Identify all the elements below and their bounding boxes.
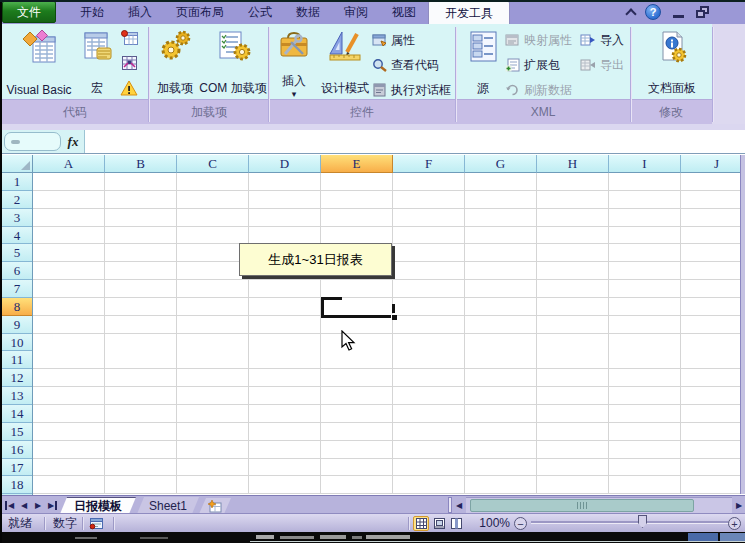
- insert-controls-button[interactable]: 插入 ▾: [272, 27, 316, 97]
- generate-report-form-button[interactable]: 生成1~31日报表: [239, 243, 392, 276]
- fill-handle[interactable]: [391, 314, 397, 320]
- insert-worksheet-button[interactable]: [199, 498, 231, 514]
- addins-button[interactable]: 加载项: [152, 27, 198, 97]
- zoom-out-icon: −: [517, 518, 523, 530]
- row-header-11[interactable]: 11: [2, 351, 32, 369]
- row-header-12[interactable]: 12: [2, 369, 32, 387]
- row-header-3[interactable]: 3: [2, 209, 32, 227]
- record-macro-button[interactable]: [120, 29, 138, 47]
- next-sheet-button[interactable]: ▶: [31, 497, 45, 513]
- design-mode-button[interactable]: 设计模式: [317, 27, 373, 97]
- horizontal-scrollbar-track[interactable]: [466, 497, 732, 513]
- group-label-modify: 修改: [639, 103, 703, 121]
- tab-formulas-label: 公式: [248, 4, 272, 21]
- tab-insert[interactable]: 插入: [116, 0, 164, 24]
- sheet-tab-bar: ◀ ◀ ▶ ▶ 日报模板 Sheet1 ◀ ▶: [0, 495, 745, 513]
- sheet-tab-daily-template[interactable]: 日报模板: [60, 497, 136, 514]
- zoom-level-label[interactable]: 100%: [466, 514, 510, 533]
- column-header-b[interactable]: B: [105, 155, 177, 173]
- scroll-right-button[interactable]: ▶: [733, 497, 745, 513]
- visual-basic-button[interactable]: Visual Basic: [5, 27, 73, 97]
- properties-label: 属性: [391, 32, 415, 49]
- view-code-button[interactable]: 查看代码: [372, 56, 439, 74]
- tab-review[interactable]: 审阅: [332, 0, 380, 24]
- row-header-16[interactable]: 16: [2, 441, 32, 459]
- zoom-slider-track[interactable]: [531, 521, 728, 523]
- tab-split-handle[interactable]: [448, 497, 452, 513]
- zoom-out-button[interactable]: −: [514, 517, 527, 530]
- tab-view[interactable]: 视图: [380, 0, 428, 24]
- tab-developer[interactable]: 开发工具: [428, 1, 510, 24]
- page-layout-view-button[interactable]: [431, 516, 447, 531]
- column-header-f[interactable]: F: [393, 155, 465, 173]
- formula-bar: fx: [0, 130, 745, 154]
- row-header-18[interactable]: 18: [2, 476, 32, 494]
- arrow-cursor-icon: [341, 330, 357, 352]
- xml-source-button[interactable]: 源: [462, 27, 504, 97]
- import-button[interactable]: 导入: [580, 31, 624, 49]
- row-header-1[interactable]: 1: [2, 173, 32, 191]
- use-relative-references-button[interactable]: [120, 54, 138, 72]
- select-all-corner[interactable]: [2, 155, 33, 173]
- column-header-j[interactable]: J: [681, 155, 745, 173]
- column-header-i[interactable]: I: [609, 155, 681, 173]
- scroll-left-button[interactable]: ◀: [453, 497, 465, 513]
- zoom-in-button[interactable]: +: [728, 517, 741, 530]
- tab-home[interactable]: 开始: [68, 0, 116, 24]
- row-header-2[interactable]: 2: [2, 191, 32, 209]
- tab-page-layout-label: 页面布局: [176, 4, 224, 21]
- row-header-17[interactable]: 17: [2, 459, 32, 477]
- row-header-10[interactable]: 10: [2, 334, 32, 352]
- macro-security-button[interactable]: [120, 79, 138, 97]
- insert-function-button[interactable]: fx: [64, 132, 82, 151]
- group-label-xml: XML: [511, 103, 575, 121]
- tab-formulas[interactable]: 公式: [236, 0, 284, 24]
- row-header-6[interactable]: 6: [2, 262, 32, 280]
- tab-page-layout[interactable]: 页面布局: [164, 0, 236, 24]
- prev-sheet-button[interactable]: ◀: [17, 497, 31, 513]
- export-button[interactable]: 导出: [580, 56, 624, 74]
- restore-button[interactable]: [694, 0, 712, 24]
- run-dialog-button[interactable]: 执行对话框: [372, 81, 451, 99]
- row-header-13[interactable]: 13: [2, 387, 32, 405]
- collapse-ribbon-button[interactable]: [623, 0, 639, 24]
- macro-record-button[interactable]: [89, 517, 104, 533]
- first-sheet-button[interactable]: ◀: [3, 497, 17, 513]
- minimize-button[interactable]: [670, 0, 686, 24]
- row-header-7[interactable]: 7: [2, 280, 32, 298]
- macros-button[interactable]: 宏: [77, 27, 117, 97]
- expansion-packs-button[interactable]: 扩展包: [505, 56, 560, 74]
- name-box[interactable]: [4, 132, 61, 151]
- refresh-data-button[interactable]: 刷新数据: [505, 81, 572, 99]
- normal-view-button[interactable]: [413, 516, 429, 531]
- selection-border-right: [392, 304, 395, 313]
- document-panel-button[interactable]: 文档面板: [636, 27, 708, 97]
- generate-report-label: 生成1~31日报表: [268, 251, 362, 269]
- map-properties-button[interactable]: 映射属性: [505, 31, 572, 49]
- column-header-g[interactable]: G: [465, 155, 537, 173]
- help-button[interactable]: ?: [644, 0, 662, 24]
- row-header-15[interactable]: 15: [2, 423, 32, 441]
- properties-button[interactable]: 属性: [372, 31, 415, 49]
- row-header-4[interactable]: 4: [2, 227, 32, 245]
- tab-file[interactable]: 文件: [2, 1, 56, 23]
- worksheet-cells[interactable]: [33, 173, 745, 494]
- column-header-e-selected[interactable]: E: [321, 155, 393, 173]
- column-header-d[interactable]: D: [249, 155, 321, 173]
- formula-input[interactable]: [84, 130, 745, 153]
- column-header-c[interactable]: C: [177, 155, 249, 173]
- column-header-h[interactable]: H: [537, 155, 609, 173]
- design-mode-icon: [327, 30, 363, 62]
- com-addins-button[interactable]: COM 加载项: [199, 27, 267, 97]
- row-header-8-selected[interactable]: 8: [2, 298, 32, 316]
- row-header-9[interactable]: 9: [2, 316, 32, 334]
- horizontal-scrollbar-thumb[interactable]: [470, 499, 694, 512]
- column-header-a[interactable]: A: [33, 155, 105, 173]
- tab-data[interactable]: 数据: [284, 0, 332, 24]
- page-break-view-button[interactable]: [448, 516, 464, 531]
- row-header-5[interactable]: 5: [2, 244, 32, 262]
- last-sheet-button[interactable]: ▶: [45, 497, 59, 513]
- row-header-14[interactable]: 14: [2, 405, 32, 423]
- sheet-tab-sheet1[interactable]: Sheet1: [137, 497, 199, 514]
- first-sheet-icon: ◀: [5, 501, 15, 510]
